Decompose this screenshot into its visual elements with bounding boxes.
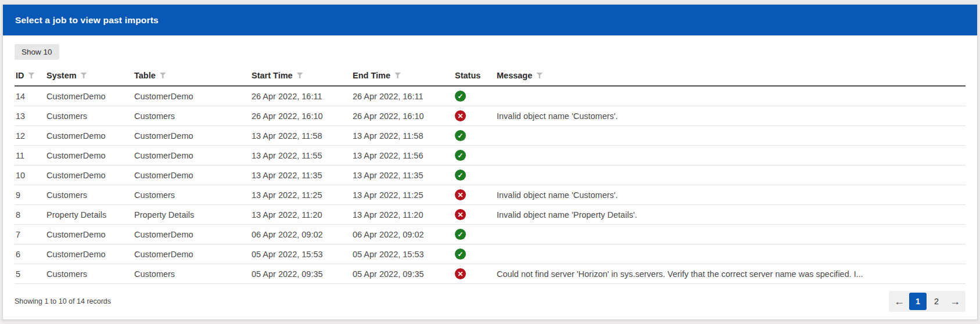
page-button-2[interactable]: 2 (928, 293, 945, 310)
filter-icon[interactable] (297, 73, 303, 78)
column-header-message[interactable]: Message (496, 67, 965, 86)
table-row[interactable]: 5 Customers Customers 05 Apr 2022, 09:35… (15, 264, 965, 284)
cell-status: ✕ (454, 106, 496, 126)
status-error-icon: ✕ (455, 209, 466, 220)
table-row[interactable]: 8 Property Details Property Details 13 A… (15, 205, 965, 225)
cell-id: 11 (15, 146, 45, 165)
cell-start-time: 06 Apr 2022, 09:02 (250, 225, 351, 244)
table-body: 14 CustomerDemo CustomerDemo 26 Apr 2022… (15, 86, 965, 284)
panel-body: Show 10 ID System Table Start Time End T… (3, 35, 977, 284)
cell-end-time: 13 Apr 2022, 11:56 (351, 146, 454, 165)
cell-table: CustomerDemo (133, 126, 250, 146)
table-header-row: ID System Table Start Time End Time Stat… (15, 67, 965, 86)
prev-page-button[interactable]: ← (891, 293, 908, 310)
cell-end-time: 13 Apr 2022, 11:35 (351, 165, 454, 185)
cell-system: Customers (45, 264, 133, 284)
column-header-table[interactable]: Table (133, 67, 250, 86)
cell-id: 7 (15, 225, 45, 244)
cell-message: Invalid object name 'Customers'. (496, 106, 965, 126)
cell-status: ✓ (454, 126, 496, 146)
filter-icon[interactable] (394, 73, 401, 78)
panel-header: Select a job to view past imports (3, 5, 977, 35)
next-page-button[interactable]: → (946, 293, 964, 310)
cell-table: Property Details (133, 205, 250, 225)
cell-message (496, 146, 965, 165)
cell-start-time: 13 Apr 2022, 11:35 (250, 165, 351, 185)
cell-status: ✕ (454, 205, 496, 225)
table-row[interactable]: 12 CustomerDemo CustomerDemo 13 Apr 2022… (15, 126, 965, 146)
cell-end-time: 13 Apr 2022, 11:25 (351, 185, 454, 205)
cell-message: Invalid object name 'Customers'. (496, 185, 965, 205)
cell-table: CustomerDemo (133, 244, 250, 264)
cell-system: CustomerDemo (45, 86, 133, 106)
page-button-1[interactable]: 1 (909, 293, 927, 310)
cell-table: CustomerDemo (133, 225, 250, 244)
imports-table: ID System Table Start Time End Time Stat… (15, 67, 965, 284)
cell-end-time: 05 Apr 2022, 15:53 (351, 244, 454, 264)
panel-footer: Showing 1 to 10 of 14 records ← 1 2 → (3, 283, 977, 319)
status-success-icon: ✓ (455, 249, 466, 260)
cell-id: 9 (15, 185, 45, 205)
cell-table: CustomerDemo (133, 146, 250, 165)
cell-start-time: 13 Apr 2022, 11:55 (250, 146, 351, 165)
cell-message: Invalid object name 'Property Details'. (496, 205, 965, 225)
cell-end-time: 13 Apr 2022, 11:20 (351, 205, 454, 225)
column-header-id[interactable]: ID (15, 67, 45, 86)
cell-start-time: 26 Apr 2022, 16:10 (250, 106, 351, 126)
cell-table: CustomerDemo (133, 165, 250, 185)
cell-status: ✕ (454, 185, 496, 205)
status-success-icon: ✓ (455, 170, 466, 181)
table-row[interactable]: 11 CustomerDemo CustomerDemo 13 Apr 2022… (15, 146, 965, 165)
filter-icon[interactable] (81, 73, 87, 78)
cell-start-time: 13 Apr 2022, 11:20 (250, 205, 351, 225)
cell-id: 14 (15, 86, 45, 106)
status-error-icon: ✕ (455, 268, 466, 279)
column-header-status: Status (454, 67, 496, 86)
cell-id: 12 (15, 126, 45, 146)
cell-table: Customers (133, 185, 250, 205)
table-row[interactable]: 9 Customers Customers 13 Apr 2022, 11:25… (15, 185, 965, 205)
cell-end-time: 05 Apr 2022, 09:35 (351, 264, 454, 284)
cell-system: CustomerDemo (45, 165, 133, 185)
cell-status: ✓ (454, 165, 496, 185)
cell-status: ✓ (454, 146, 496, 165)
filter-icon[interactable] (160, 73, 166, 78)
cell-message (496, 126, 965, 146)
cell-table: Customers (133, 106, 250, 126)
column-header-start-time[interactable]: Start Time (250, 67, 351, 86)
show-count-button[interactable]: Show 10 (15, 44, 59, 60)
status-error-icon: ✕ (455, 189, 466, 200)
cell-id: 10 (15, 165, 45, 185)
cell-start-time: 26 Apr 2022, 16:11 (250, 86, 351, 106)
column-header-system[interactable]: System (45, 67, 133, 86)
cell-id: 8 (15, 205, 45, 225)
cell-message (496, 86, 965, 106)
table-row[interactable]: 13 Customers Customers 26 Apr 2022, 16:1… (15, 106, 965, 126)
records-summary: Showing 1 to 10 of 14 records (15, 297, 111, 305)
cell-end-time: 26 Apr 2022, 16:11 (351, 86, 454, 106)
table-row[interactable]: 10 CustomerDemo CustomerDemo 13 Apr 2022… (15, 165, 965, 185)
cell-start-time: 13 Apr 2022, 11:25 (250, 185, 351, 205)
table-row[interactable]: 6 CustomerDemo CustomerDemo 05 Apr 2022,… (15, 244, 965, 264)
cell-status: ✓ (454, 225, 496, 244)
status-success-icon: ✓ (455, 150, 466, 161)
panel-title: Select a job to view past imports (15, 15, 159, 26)
cell-start-time: 05 Apr 2022, 09:35 (250, 264, 351, 284)
status-success-icon: ✓ (455, 91, 466, 102)
column-header-end-time[interactable]: End Time (351, 67, 454, 86)
filter-icon[interactable] (28, 73, 35, 78)
table-row[interactable]: 7 CustomerDemo CustomerDemo 06 Apr 2022,… (15, 225, 965, 244)
status-success-icon: ✓ (455, 130, 466, 141)
cell-id: 13 (15, 106, 45, 126)
cell-start-time: 13 Apr 2022, 11:58 (250, 126, 351, 146)
cell-system: CustomerDemo (45, 244, 133, 264)
cell-message (496, 165, 965, 185)
cell-message (496, 244, 965, 264)
cell-system: CustomerDemo (45, 225, 133, 244)
filter-icon[interactable] (536, 73, 543, 78)
table-row[interactable]: 14 CustomerDemo CustomerDemo 26 Apr 2022… (15, 86, 965, 106)
status-error-icon: ✕ (455, 110, 466, 121)
status-success-icon: ✓ (455, 229, 466, 240)
cell-end-time: 06 Apr 2022, 09:02 (351, 225, 454, 244)
past-imports-panel: Select a job to view past imports Show 1… (2, 4, 978, 320)
